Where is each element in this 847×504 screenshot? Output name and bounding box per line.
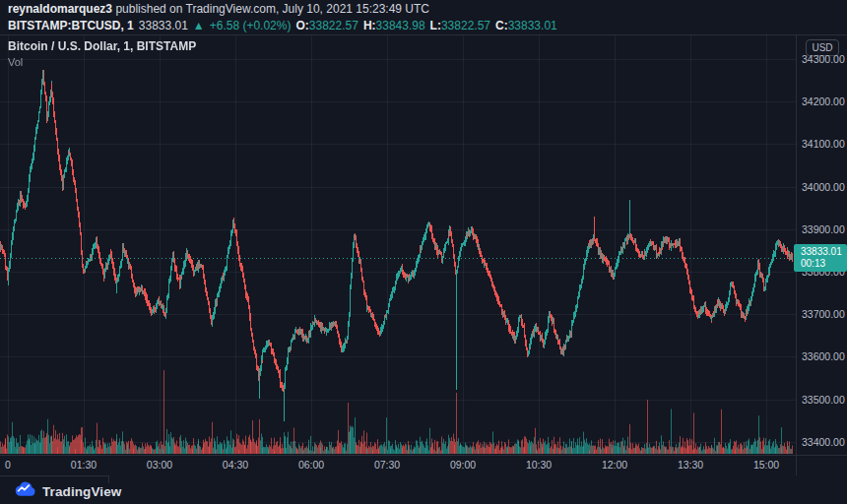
time-axis[interactable]: 001:3003:0004:3006:0007:3009:0010:3012:0… bbox=[0, 455, 847, 475]
candlestick-chart[interactable] bbox=[0, 35, 796, 455]
time-axis-label: 0 bbox=[0, 459, 30, 471]
time-axis-label: 04:30 bbox=[214, 459, 257, 471]
time-axis-label: 13:30 bbox=[669, 459, 712, 471]
tradingview-chart-snapshot: reynaldomarquez3 published on TradingVie… bbox=[0, 0, 847, 504]
low-label: L: bbox=[430, 19, 441, 32]
time-axis-label: 15:00 bbox=[745, 459, 788, 471]
price-axis-label: 34000.00 bbox=[802, 180, 845, 194]
tradingview-logo-text: TradingView bbox=[42, 484, 121, 499]
legend-volume-label[interactable]: Vol bbox=[8, 55, 196, 69]
footer-bar: TradingView bbox=[0, 475, 847, 504]
price-axis-label: 34300.00 bbox=[802, 52, 845, 66]
publish-info-bar: reynaldomarquez3 published on TradingVie… bbox=[8, 2, 429, 17]
time-axis-label: 12:00 bbox=[593, 459, 636, 471]
username: reynaldomarquez3 bbox=[8, 2, 112, 16]
last-price-badge-value: 33833.01 bbox=[801, 246, 847, 258]
chart-legend: Bitcoin / U.S. Dollar, 1, BITSTAMP Vol bbox=[8, 39, 196, 69]
footer-corner-line bbox=[0, 475, 109, 476]
legend-symbol-title[interactable]: Bitcoin / U.S. Dollar, 1, BITSTAMP bbox=[8, 39, 196, 54]
close-value: 33833.01 bbox=[508, 19, 557, 32]
close-label: C: bbox=[495, 19, 508, 32]
time-axis-label: 03:00 bbox=[138, 459, 181, 471]
time-axis-label: 01:30 bbox=[62, 459, 105, 471]
last-price: 33833.01 bbox=[139, 19, 188, 32]
bar-countdown: 00:13 bbox=[801, 258, 847, 270]
price-axis-label: 33900.00 bbox=[802, 222, 845, 236]
tradingview-cloud-icon bbox=[13, 479, 36, 503]
time-axis-label: 10:30 bbox=[517, 459, 560, 471]
high-value: 33843.98 bbox=[376, 19, 425, 32]
chart-pane: Bitcoin / U.S. Dollar, 1, BITSTAMP Vol bbox=[0, 35, 796, 455]
price-axis-label: 33400.00 bbox=[802, 435, 845, 449]
price-axis-label: 34200.00 bbox=[802, 94, 845, 108]
symbol-info-bar: BITSTAMP:BTCUSD, 133833.01▲+6.58 (+0.02%… bbox=[8, 19, 557, 33]
time-axis-label: 07:30 bbox=[365, 459, 409, 471]
price-axis-label: 34100.00 bbox=[802, 137, 845, 151]
high-label: H: bbox=[363, 19, 376, 32]
change-arrow-icon: ▲ bbox=[193, 19, 205, 32]
price-axis-label: 33700.00 bbox=[802, 307, 845, 321]
tradingview-logo-link[interactable]: TradingView bbox=[13, 479, 121, 503]
time-axis-label: 09:00 bbox=[441, 459, 485, 471]
symbol-interval: BITSTAMP:BTCUSD, 1 bbox=[8, 19, 134, 32]
price-axis-label: 33600.00 bbox=[802, 349, 845, 363]
price-change: +6.58 (+0.02%) bbox=[210, 19, 292, 32]
time-axis-label: 06:00 bbox=[290, 459, 333, 471]
price-axis[interactable]: USD 34300.0034200.0034100.0034000.003390… bbox=[796, 35, 847, 455]
low-value: 33822.57 bbox=[441, 19, 490, 32]
open-value: 33822.57 bbox=[309, 19, 358, 32]
last-price-badge: 33833.01 00:13 bbox=[794, 244, 847, 272]
price-axis-label: 33500.00 bbox=[802, 393, 845, 407]
publish-text: published on TradingView.com, July 10, 2… bbox=[112, 2, 429, 16]
open-label: O: bbox=[295, 19, 308, 32]
